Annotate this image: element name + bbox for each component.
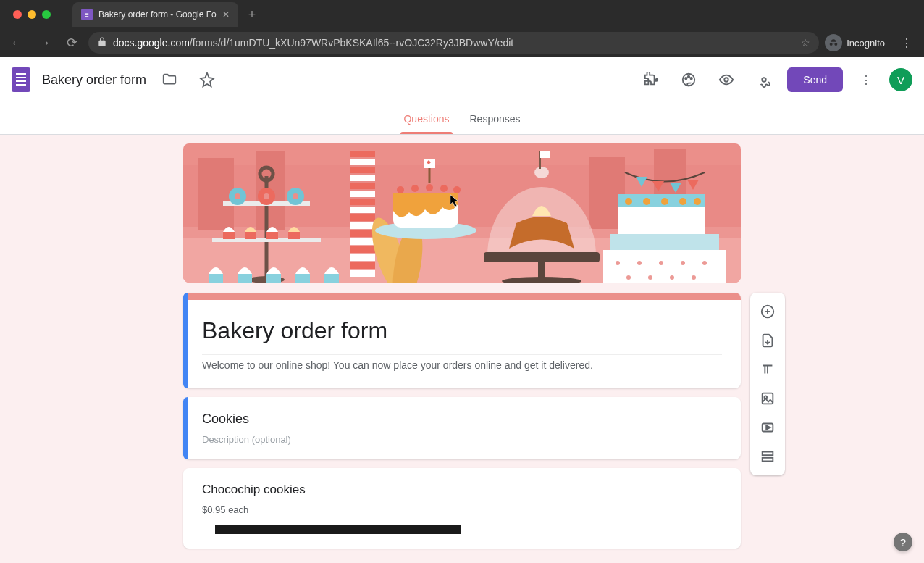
svg-rect-25 [288,232,300,239]
svg-rect-26 [209,274,223,283]
tab-questions[interactable]: Questions [403,103,449,134]
forms-logo-icon[interactable] [12,67,30,92]
add-video-button[interactable] [753,413,782,442]
section-description[interactable]: Description (optional) [202,434,722,445]
add-title-button[interactable] [753,355,782,384]
reload-button[interactable]: ⟳ [61,35,83,51]
svg-rect-45 [350,238,375,245]
svg-point-72 [616,261,620,265]
svg-rect-29 [295,274,310,283]
svg-rect-32 [350,151,375,157]
section-title[interactable]: Cookies [202,412,722,427]
add-image-button[interactable] [753,384,782,413]
form-header-image[interactable] [183,143,741,283]
svg-rect-36 [350,214,375,221]
back-button[interactable]: ← [6,36,28,51]
svg-point-1 [685,78,686,79]
tab-title: Bakery order form - Google Fo [98,9,217,20]
svg-point-58 [453,186,461,193]
svg-point-55 [411,185,419,192]
question-title[interactable]: Chocochip cookies [202,483,722,497]
window-controls [6,10,58,19]
address-bar: ← → ⟳ docs.google.com/forms/d/1umDTU_kXU… [0,29,924,57]
svg-rect-71 [603,250,726,283]
macos-close[interactable] [13,10,22,19]
tab-responses[interactable]: Responses [470,103,521,134]
app-header: Bakery order form Send ⋮ V [0,57,924,103]
lock-icon [97,37,107,49]
svg-rect-23 [245,232,256,239]
new-tab-button[interactable]: + [248,7,256,22]
svg-point-66 [643,198,650,205]
import-questions-button[interactable] [753,326,782,355]
svg-point-78 [648,275,652,280]
svg-rect-35 [350,199,375,205]
bookmark-star-icon[interactable]: ☆ [801,37,810,49]
forward-button[interactable]: → [33,36,55,51]
macos-zoom[interactable] [42,10,51,19]
macos-minimize[interactable] [28,10,36,19]
svg-point-74 [659,261,663,265]
side-toolbar [750,293,785,475]
svg-rect-41 [350,175,375,181]
incognito-badge[interactable]: Incognito [825,34,889,51]
svg-rect-60 [484,252,600,262]
browser-tab[interactable]: Bakery order form - Google Fo ✕ [72,2,238,27]
send-button[interactable]: Send [787,67,843,92]
tab-bar: Bakery order form - Google Fo ✕ + [0,0,924,29]
favicon-icon [81,9,93,20]
incognito-icon [825,34,842,51]
svg-point-17 [235,193,240,199]
svg-point-77 [626,275,631,280]
svg-rect-38 [350,246,375,253]
add-question-button[interactable] [753,297,782,326]
move-folder-icon[interactable] [155,65,184,94]
svg-point-69 [694,198,701,205]
svg-point-62 [502,277,581,283]
svg-rect-90 [763,458,773,462]
svg-rect-40 [350,159,375,165]
browser-chrome: Bakery order form - Google Fo ✕ + ← → ⟳ … [0,0,924,57]
url-bar[interactable]: docs.google.com/forms/d/1umDTU_kXUn97WRv… [88,32,819,54]
svg-point-75 [681,261,685,265]
svg-point-68 [679,198,686,205]
add-section-button[interactable] [753,442,782,471]
form-description[interactable]: Welcome to our online shop! You can now … [202,354,722,371]
help-button[interactable]: ? [894,533,912,551]
svg-point-19 [264,193,269,199]
svg-rect-82 [540,151,550,158]
incognito-label: Incognito [847,38,885,49]
form-canvas: Bakery order form Welcome to our online … [0,135,924,563]
svg-point-54 [397,186,404,193]
svg-point-73 [637,261,642,265]
svg-rect-89 [763,452,773,456]
svg-point-59 [534,167,549,178]
preview-icon[interactable] [712,65,741,94]
tab-close-icon[interactable]: ✕ [222,9,230,20]
settings-icon[interactable] [749,65,778,94]
svg-point-80 [692,275,696,280]
doc-title[interactable]: Bakery order form [42,72,146,88]
svg-point-3 [691,78,692,79]
svg-point-4 [725,78,729,82]
avatar[interactable]: V [889,68,912,91]
svg-rect-33 [350,167,375,173]
chrome-menu-icon[interactable]: ⋮ [895,36,918,50]
form-tabs: Questions Responses [0,103,924,135]
form-title[interactable]: Bakery order form [202,317,722,344]
form-title-card[interactable]: Bakery order form Welcome to our online … [183,293,741,388]
addons-icon[interactable] [637,65,665,94]
star-icon[interactable] [193,65,222,94]
more-icon[interactable]: ⋮ [852,65,881,94]
svg-point-21 [293,193,298,199]
question-image [215,525,461,534]
svg-rect-42 [350,191,375,197]
question-subtitle[interactable]: $0.95 each [202,504,722,515]
palette-icon[interactable] [674,65,703,94]
mouse-cursor-icon [450,194,460,207]
question-card[interactable]: Chocochip cookies $0.95 each [183,468,741,549]
svg-rect-44 [350,222,375,229]
section-header-card[interactable]: Cookies Description (optional) [183,397,741,459]
svg-rect-43 [350,207,375,213]
svg-point-76 [702,261,707,265]
